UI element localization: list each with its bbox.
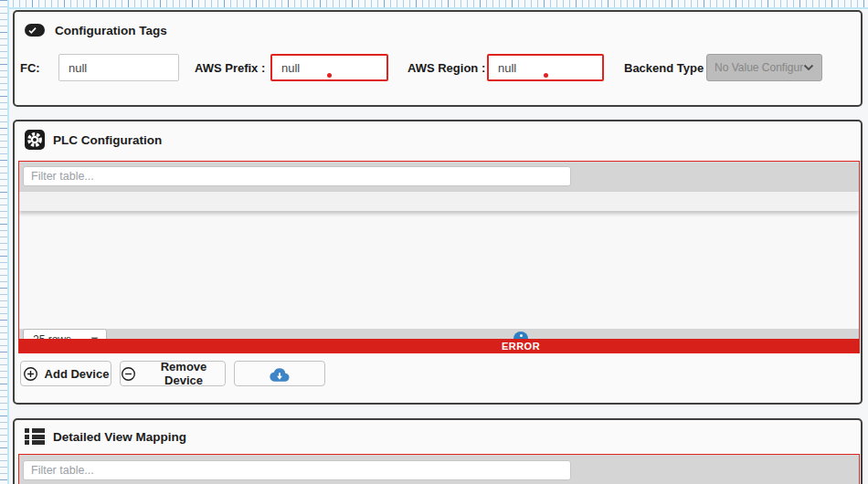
add-device-label: Add Device (45, 367, 110, 381)
panel-title: Configuration Tags (55, 24, 167, 37)
table-column-header-row (19, 192, 859, 211)
aws-prefix-invalid-dot (327, 73, 332, 78)
backend-type-value: No Value Configured (715, 61, 803, 74)
minus-circle-icon (121, 366, 136, 382)
fc-label: FC: (20, 61, 40, 75)
detailed-view-mapping-panel: Detailed View Mapping (13, 418, 863, 484)
backend-type-select[interactable]: No Value Configured (706, 54, 822, 81)
backend-type-label: Backend Type : (624, 61, 711, 75)
aws-region-invalid-dot (544, 73, 548, 78)
left-ruler (0, 0, 9, 484)
chevron-down-icon (803, 64, 814, 71)
plus-circle-icon (23, 366, 38, 382)
detailed-view-filter-input[interactable] (23, 460, 571, 480)
panel-title: PLC Configuration (53, 133, 162, 147)
plc-configuration-panel: PLC Configuration 25 rows ERROR Add Devi… (13, 120, 863, 405)
remove-device-button[interactable]: Remove Device (120, 361, 226, 386)
error-banner-label: ERROR (502, 341, 540, 352)
aws-region-label: AWS Region : (408, 61, 485, 75)
plc-table: 25 rows ERROR (18, 161, 860, 353)
fc-input[interactable] (58, 54, 179, 81)
cloud-download-button[interactable] (234, 361, 325, 386)
add-device-button[interactable]: Add Device (20, 361, 111, 386)
panel-title: Detailed View Mapping (53, 430, 186, 444)
remove-device-label: Remove Device (143, 360, 225, 387)
top-ruler (0, 0, 868, 9)
cloud-download-icon (269, 365, 291, 383)
aws-prefix-label: AWS Prefix : (195, 61, 265, 75)
toggle-check-icon (25, 24, 45, 37)
gear-icon (25, 130, 45, 150)
plc-filter-input[interactable] (23, 166, 571, 186)
detailed-view-table (18, 454, 860, 484)
table-list-icon (25, 427, 45, 446)
configuration-tags-panel: Configuration Tags FC: AWS Prefix : AWS … (13, 10, 863, 107)
error-banner: ERROR (19, 339, 859, 352)
table-body-empty (19, 211, 859, 329)
